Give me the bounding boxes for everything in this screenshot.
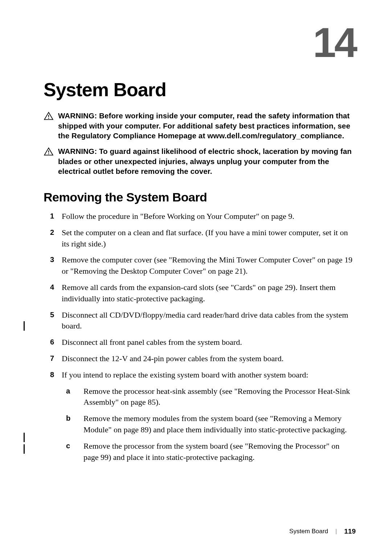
step-item: Disconnect all CD/DVD/floppy/media card … [44, 310, 356, 332]
svg-point-3 [48, 154, 49, 155]
warning-block-2: WARNING: To guard against likelihood of … [44, 146, 356, 176]
sub-step-item: a Remove the processor heat-sink assembl… [62, 386, 356, 408]
section-title: Removing the System Board [44, 190, 356, 204]
warning-block-1: WARNING: Before working inside your comp… [44, 111, 356, 141]
sub-step-text: Remove the processor from the system boa… [83, 441, 339, 462]
warning-body: Before working inside your computer, rea… [58, 111, 350, 140]
footer-separator: | [335, 528, 337, 535]
step-item: Disconnect the 12-V and 24-pin power cab… [44, 353, 356, 364]
warning-label: WARNING: [58, 111, 99, 120]
step-item: Set the computer on a clean and flat sur… [44, 227, 356, 250]
warning-body: To guard against likelihood of electric … [58, 147, 352, 175]
change-bar [24, 444, 25, 454]
warning-text: WARNING: To guard against likelihood of … [58, 146, 356, 176]
sub-step-marker: a [66, 386, 70, 396]
warning-icon [44, 147, 54, 157]
svg-point-1 [48, 118, 49, 119]
sub-step-item: c Remove the processor from the system b… [62, 441, 356, 463]
change-bar [24, 433, 25, 442]
sub-step-marker: b [66, 413, 70, 423]
warning-text: WARNING: Before working inside your comp… [58, 111, 356, 141]
warning-icon [44, 111, 54, 121]
step-item: Disconnect all front panel cables from t… [44, 337, 356, 348]
sub-step-item: b Remove the memory modules from the sys… [62, 413, 356, 436]
chapter-title: System Board [44, 79, 356, 101]
footer-section: System Board [289, 528, 328, 535]
step-item: Remove all cards from the expansion-card… [44, 282, 356, 305]
sub-step-text: Remove the memory modules from the syste… [83, 414, 347, 434]
sub-step-text: Remove the processor heat-sink assembly … [83, 387, 350, 407]
step-item: Remove the computer cover (see "Removing… [44, 254, 356, 277]
step-item: If you intend to replace the existing sy… [44, 370, 356, 463]
sub-steps-list: a Remove the processor heat-sink assembl… [62, 386, 356, 463]
sub-step-marker: c [66, 441, 70, 451]
change-bar [24, 321, 25, 331]
step-item: Follow the procedure in "Before Working … [44, 211, 356, 222]
footer-page-number: 119 [344, 527, 356, 535]
warning-label: WARNING: [58, 147, 99, 155]
step-text: If you intend to replace the existing sy… [62, 370, 308, 379]
steps-list: Follow the procedure in "Before Working … [44, 211, 356, 463]
page-footer: System Board | 119 [289, 527, 356, 535]
chapter-number: 14 [44, 22, 356, 64]
